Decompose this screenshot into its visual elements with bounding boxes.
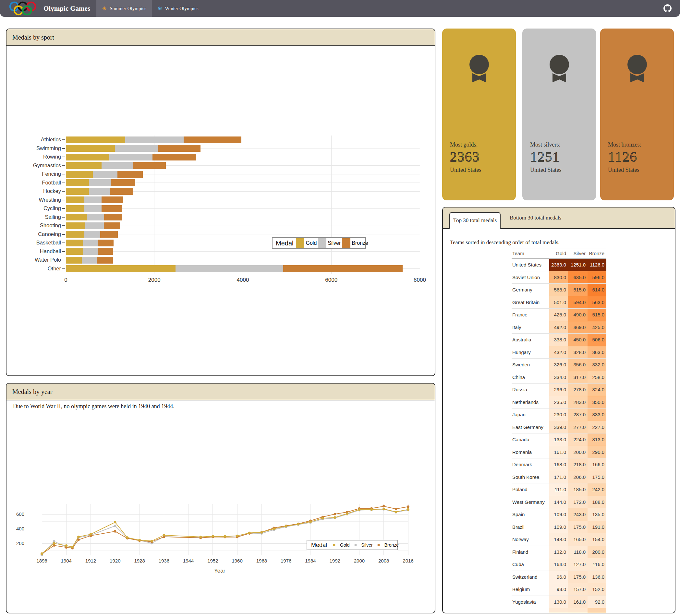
axis-tick	[62, 191, 65, 192]
legend-item-gold: Gold	[328, 542, 350, 548]
data-point-gold	[138, 539, 141, 541]
tab-top-30-total-medals[interactable]: Top 30 total medals	[449, 212, 501, 229]
axis-tick	[62, 208, 65, 209]
bar-segment-bronze	[102, 205, 121, 212]
data-point-gold	[248, 532, 251, 534]
card-label: Most silvers:	[530, 141, 561, 148]
tab-bottom-30-total-medals[interactable]: Bottom 30 total medals	[506, 207, 565, 228]
medal-count: 136.0	[588, 571, 606, 583]
category-label: Wrestling	[6, 197, 61, 203]
medal-count: 132.0	[549, 546, 568, 558]
medal-count: 515.0	[568, 284, 588, 296]
table-row: Russia296.0278.0324.0	[512, 384, 606, 396]
category-label: Gymnastics	[6, 163, 61, 169]
medal-count: 175.0	[568, 521, 588, 533]
bar-segment-gold	[66, 179, 89, 186]
category-label: Other	[6, 266, 61, 272]
category-label: Water Polo	[6, 257, 61, 263]
category-label: Rowing	[6, 154, 61, 160]
medal-count: 277.0	[568, 421, 588, 434]
medal-count: 492.0	[549, 321, 568, 333]
most-silvers-card: Most silvers: 1251 United States	[522, 29, 596, 200]
category-label: Fencing	[6, 171, 61, 177]
legend-item-silver: Silver	[350, 542, 373, 548]
bar-segment-silver	[89, 179, 111, 186]
medal-count: 339.0	[549, 421, 568, 434]
medal-count: 296.0	[549, 384, 568, 396]
bar-segment-gold	[66, 154, 109, 160]
bar-segment-gold	[66, 231, 84, 238]
medal-count: 356.0	[568, 359, 588, 371]
medals-by-sport-chart[interactable]: 02000400060008000AthleticsSwimmingRowing…	[6, 46, 435, 376]
table-tabs: Top 30 total medals Bottom 30 total meda…	[443, 207, 675, 229]
x-tick-label: 4000	[228, 277, 258, 283]
axis-tick	[62, 242, 65, 243]
team-name: Netherlands	[512, 396, 549, 409]
medal-count: 191.0	[588, 521, 606, 533]
legend-title: Medal	[276, 240, 293, 247]
github-icon[interactable]	[663, 4, 672, 12]
team-name: Norway	[512, 533, 549, 546]
medal-count: 157.0	[568, 583, 588, 595]
card-value: 1126	[608, 149, 637, 165]
bar-segment-bronze	[98, 248, 113, 255]
medal-count: 287.0	[568, 409, 588, 421]
tab-summer-olympics[interactable]: ☀ Summer Olympics	[96, 0, 152, 17]
medal-icon	[469, 54, 489, 85]
sport-panel-title: Medals by sport	[6, 29, 435, 46]
medal-count: 148.0	[549, 533, 568, 546]
medal-count: 328.0	[568, 346, 588, 359]
table-row: Denmark168.0218.0166.0	[512, 459, 606, 471]
data-point-gold	[77, 536, 80, 538]
team-name: West Germany	[512, 496, 549, 508]
medals-by-year-panel: Medals by year Due to World War II, no o…	[6, 383, 435, 613]
category-label: Sailing	[6, 214, 61, 220]
data-point-gold	[236, 535, 238, 537]
medal-count: 568.0	[549, 284, 568, 296]
bar-segment-silver	[83, 248, 98, 255]
bar-segment-silver	[93, 171, 117, 178]
medal-count: 326.0	[549, 359, 568, 371]
column-header-team: Team	[512, 251, 549, 256]
data-point-gold	[40, 553, 43, 555]
axis-tick	[62, 251, 65, 252]
bar-segment-bronze	[183, 137, 242, 143]
data-point-gold	[114, 521, 116, 524]
card-value: 1251	[530, 149, 560, 165]
medal-count: 490.0	[568, 309, 588, 321]
table-row: Netherlands235.0283.0350.0	[512, 396, 606, 409]
data-point-gold	[163, 534, 166, 536]
medal-count: 152.0	[588, 583, 606, 595]
legend-title: Medal	[311, 542, 327, 549]
team-name: Japan	[512, 409, 549, 421]
bar-segment-silver	[89, 188, 110, 195]
legend-label: Silver	[328, 240, 341, 246]
medal-count: 501.0	[549, 296, 568, 309]
nav-tabs: ☀ Summer Olympics ❄ Winter Olympics	[96, 0, 204, 17]
medals-by-year-chart[interactable]: Due to World War II, no olympic games we…	[6, 401, 435, 613]
medal-count: 515.0	[588, 309, 606, 321]
legend-swatch	[374, 543, 383, 547]
medal-count: 338.0	[549, 333, 568, 346]
team-name: Great Britain	[512, 296, 549, 309]
category-label: Handball	[6, 248, 61, 255]
team-name: Germany	[512, 284, 549, 296]
table-row: Cuba164.0127.0116.0	[512, 558, 606, 571]
medal-count: 168.0	[549, 459, 568, 471]
tab-winter-olympics[interactable]: ❄ Winter Olympics	[152, 0, 204, 17]
x-axis-title: Year	[214, 568, 225, 574]
medal-count: 206.0	[568, 471, 588, 483]
axis-tick	[62, 165, 65, 166]
medal-count: 127.0	[568, 558, 588, 570]
table-row: East Germany339.0277.0227.0	[512, 421, 606, 434]
team-name	[512, 608, 549, 613]
medal-count: 278.0	[568, 384, 588, 396]
data-point-gold	[370, 508, 373, 511]
category-label: Basketball	[6, 240, 61, 246]
snowflake-icon: ❄	[157, 5, 162, 12]
category-label: Cycling	[6, 205, 61, 211]
bar-segment-silver	[115, 145, 158, 152]
data-point-gold	[309, 521, 312, 523]
medal-count: 118.0	[568, 546, 588, 558]
data-point-gold	[346, 512, 348, 515]
